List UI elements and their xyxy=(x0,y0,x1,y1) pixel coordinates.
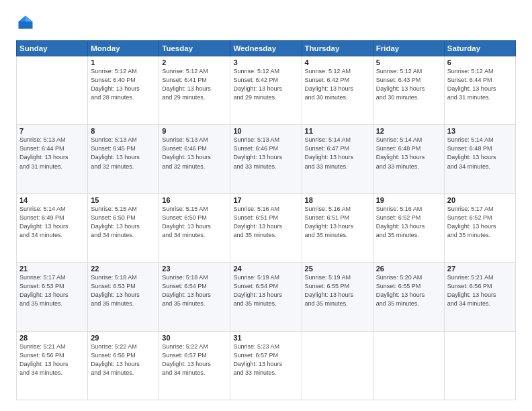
day-number: 12 xyxy=(376,127,441,135)
weekday-header-tuesday: Tuesday xyxy=(159,41,230,56)
day-info: Sunrise: 5:17 AM Sunset: 6:52 PM Dayligh… xyxy=(447,205,496,238)
calendar-cell xyxy=(17,56,88,125)
day-info: Sunrise: 5:20 AM Sunset: 6:55 PM Dayligh… xyxy=(376,274,425,307)
day-number: 21 xyxy=(19,265,85,273)
calendar-cell: 15Sunrise: 5:15 AM Sunset: 6:50 PM Dayli… xyxy=(88,193,159,262)
day-number: 10 xyxy=(233,127,298,135)
calendar-cell: 17Sunrise: 5:16 AM Sunset: 6:51 PM Dayli… xyxy=(230,193,302,262)
weekday-header-saturday: Saturday xyxy=(444,41,515,56)
day-info: Sunrise: 5:12 AM Sunset: 6:42 PM Dayligh… xyxy=(305,68,354,101)
calendar-cell: 5Sunrise: 5:12 AM Sunset: 6:43 PM Daylig… xyxy=(373,56,444,125)
day-number: 18 xyxy=(305,196,370,204)
header xyxy=(16,13,516,32)
day-info: Sunrise: 5:16 AM Sunset: 6:52 PM Dayligh… xyxy=(376,205,425,238)
day-number: 29 xyxy=(91,334,156,342)
calendar-week-row: 14Sunrise: 5:14 AM Sunset: 6:49 PM Dayli… xyxy=(17,193,516,262)
day-info: Sunrise: 5:21 AM Sunset: 6:56 PM Dayligh… xyxy=(19,343,69,376)
calendar-cell: 18Sunrise: 5:16 AM Sunset: 6:51 PM Dayli… xyxy=(302,193,373,262)
day-info: Sunrise: 5:15 AM Sunset: 6:50 PM Dayligh… xyxy=(162,205,211,238)
calendar-cell: 16Sunrise: 5:15 AM Sunset: 6:50 PM Dayli… xyxy=(159,193,230,262)
day-info: Sunrise: 5:14 AM Sunset: 6:48 PM Dayligh… xyxy=(376,136,425,169)
weekday-header-row: SundayMondayTuesdayWednesdayThursdayFrid… xyxy=(17,41,516,56)
calendar-cell: 7Sunrise: 5:13 AM Sunset: 6:44 PM Daylig… xyxy=(17,125,88,193)
calendar-cell: 4Sunrise: 5:12 AM Sunset: 6:42 PM Daylig… xyxy=(302,56,373,125)
day-number: 6 xyxy=(447,58,513,66)
day-number: 11 xyxy=(305,127,370,135)
calendar-cell xyxy=(302,331,373,400)
svg-marker-1 xyxy=(26,16,33,22)
day-number: 20 xyxy=(447,196,513,204)
day-number: 17 xyxy=(233,196,298,204)
logo xyxy=(16,13,38,32)
page: SundayMondayTuesdayWednesdayThursdayFrid… xyxy=(0,0,532,411)
calendar-cell: 21Sunrise: 5:17 AM Sunset: 6:53 PM Dayli… xyxy=(17,263,88,331)
calendar-week-row: 7Sunrise: 5:13 AM Sunset: 6:44 PM Daylig… xyxy=(17,125,516,193)
calendar-cell: 9Sunrise: 5:13 AM Sunset: 6:46 PM Daylig… xyxy=(159,125,230,193)
day-info: Sunrise: 5:23 AM Sunset: 6:57 PM Dayligh… xyxy=(233,343,282,376)
calendar-cell: 19Sunrise: 5:16 AM Sunset: 6:52 PM Dayli… xyxy=(373,193,444,262)
day-info: Sunrise: 5:16 AM Sunset: 6:51 PM Dayligh… xyxy=(233,205,282,238)
calendar-cell xyxy=(373,331,444,400)
day-number: 31 xyxy=(233,334,298,342)
day-info: Sunrise: 5:12 AM Sunset: 6:42 PM Dayligh… xyxy=(233,68,282,101)
day-info: Sunrise: 5:14 AM Sunset: 6:49 PM Dayligh… xyxy=(19,205,69,238)
svg-marker-2 xyxy=(19,16,26,22)
calendar-cell: 23Sunrise: 5:18 AM Sunset: 6:54 PM Dayli… xyxy=(159,263,230,331)
calendar-table: SundayMondayTuesdayWednesdayThursdayFrid… xyxy=(16,40,516,400)
day-info: Sunrise: 5:12 AM Sunset: 6:41 PM Dayligh… xyxy=(162,68,211,101)
day-info: Sunrise: 5:22 AM Sunset: 6:57 PM Dayligh… xyxy=(162,343,211,376)
day-info: Sunrise: 5:19 AM Sunset: 6:54 PM Dayligh… xyxy=(233,274,282,307)
day-info: Sunrise: 5:18 AM Sunset: 6:53 PM Dayligh… xyxy=(91,274,140,307)
day-info: Sunrise: 5:14 AM Sunset: 6:48 PM Dayligh… xyxy=(447,136,496,169)
day-number: 14 xyxy=(19,196,85,204)
day-number: 8 xyxy=(91,127,156,135)
calendar-cell xyxy=(444,331,515,400)
calendar-cell: 25Sunrise: 5:19 AM Sunset: 6:55 PM Dayli… xyxy=(302,263,373,331)
logo-icon xyxy=(16,13,35,32)
day-info: Sunrise: 5:16 AM Sunset: 6:51 PM Dayligh… xyxy=(305,205,354,238)
day-number: 16 xyxy=(162,196,227,204)
calendar-cell: 22Sunrise: 5:18 AM Sunset: 6:53 PM Dayli… xyxy=(88,263,159,331)
day-number: 28 xyxy=(19,334,85,342)
day-number: 30 xyxy=(162,334,227,342)
calendar-cell: 2Sunrise: 5:12 AM Sunset: 6:41 PM Daylig… xyxy=(159,56,230,125)
day-number: 19 xyxy=(376,196,441,204)
day-number: 23 xyxy=(162,265,227,273)
day-info: Sunrise: 5:13 AM Sunset: 6:45 PM Dayligh… xyxy=(91,136,140,169)
day-info: Sunrise: 5:14 AM Sunset: 6:47 PM Dayligh… xyxy=(305,136,354,169)
day-number: 26 xyxy=(376,265,441,273)
day-number: 7 xyxy=(19,127,85,135)
calendar-cell: 12Sunrise: 5:14 AM Sunset: 6:48 PM Dayli… xyxy=(373,125,444,193)
day-info: Sunrise: 5:22 AM Sunset: 6:56 PM Dayligh… xyxy=(91,343,140,376)
calendar-cell: 20Sunrise: 5:17 AM Sunset: 6:52 PM Dayli… xyxy=(444,193,515,262)
calendar-cell: 30Sunrise: 5:22 AM Sunset: 6:57 PM Dayli… xyxy=(159,331,230,400)
day-info: Sunrise: 5:13 AM Sunset: 6:44 PM Dayligh… xyxy=(19,136,69,169)
calendar-cell: 29Sunrise: 5:22 AM Sunset: 6:56 PM Dayli… xyxy=(88,331,159,400)
day-number: 5 xyxy=(376,58,441,66)
weekday-header-wednesday: Wednesday xyxy=(230,41,302,56)
day-number: 15 xyxy=(91,196,156,204)
weekday-header-friday: Friday xyxy=(373,41,444,56)
day-info: Sunrise: 5:12 AM Sunset: 6:40 PM Dayligh… xyxy=(91,68,140,101)
calendar-week-row: 21Sunrise: 5:17 AM Sunset: 6:53 PM Dayli… xyxy=(17,263,516,331)
day-number: 9 xyxy=(162,127,227,135)
day-number: 27 xyxy=(447,265,513,273)
calendar-cell: 27Sunrise: 5:21 AM Sunset: 6:56 PM Dayli… xyxy=(444,263,515,331)
calendar-cell: 8Sunrise: 5:13 AM Sunset: 6:45 PM Daylig… xyxy=(88,125,159,193)
calendar-week-row: 28Sunrise: 5:21 AM Sunset: 6:56 PM Dayli… xyxy=(17,331,516,400)
calendar-cell: 28Sunrise: 5:21 AM Sunset: 6:56 PM Dayli… xyxy=(17,331,88,400)
day-info: Sunrise: 5:19 AM Sunset: 6:55 PM Dayligh… xyxy=(305,274,354,307)
calendar-cell: 24Sunrise: 5:19 AM Sunset: 6:54 PM Dayli… xyxy=(230,263,302,331)
day-number: 22 xyxy=(91,265,156,273)
day-info: Sunrise: 5:13 AM Sunset: 6:46 PM Dayligh… xyxy=(233,136,282,169)
calendar-week-row: 1Sunrise: 5:12 AM Sunset: 6:40 PM Daylig… xyxy=(17,56,516,125)
day-number: 4 xyxy=(305,58,370,66)
day-number: 3 xyxy=(233,58,298,66)
day-info: Sunrise: 5:12 AM Sunset: 6:43 PM Dayligh… xyxy=(376,68,425,101)
calendar-cell: 26Sunrise: 5:20 AM Sunset: 6:55 PM Dayli… xyxy=(373,263,444,331)
day-info: Sunrise: 5:21 AM Sunset: 6:56 PM Dayligh… xyxy=(447,274,496,307)
calendar-cell: 13Sunrise: 5:14 AM Sunset: 6:48 PM Dayli… xyxy=(444,125,515,193)
day-number: 1 xyxy=(91,58,156,66)
calendar-cell: 10Sunrise: 5:13 AM Sunset: 6:46 PM Dayli… xyxy=(230,125,302,193)
calendar-cell: 31Sunrise: 5:23 AM Sunset: 6:57 PM Dayli… xyxy=(230,331,302,400)
